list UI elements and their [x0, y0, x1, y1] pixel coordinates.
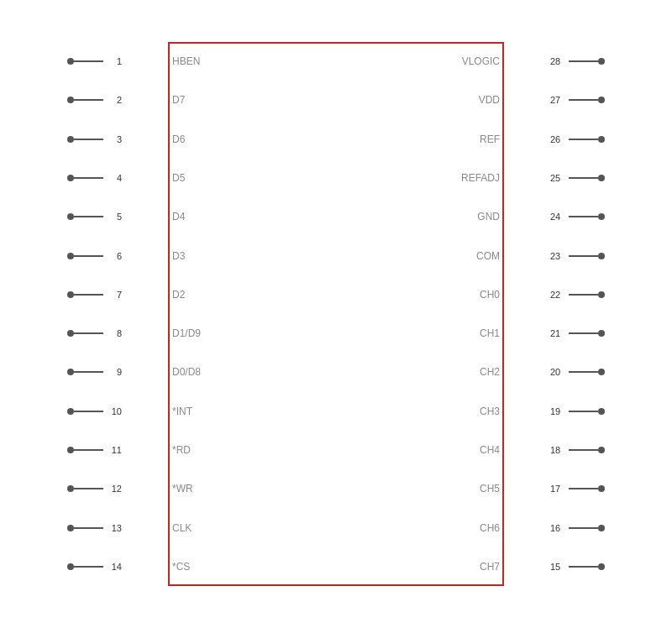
- pins-left: 1 HBEN 2 D7 3 D6 4 D5 5 D4 6 D3: [67, 42, 168, 586]
- pin-line: [569, 99, 598, 101]
- pin-dot: [67, 175, 74, 181]
- pin-right-27: VDD 27: [504, 91, 605, 109]
- pin-label: CH1: [480, 327, 500, 339]
- pin-left-8: 8 D1/D9: [67, 324, 168, 343]
- pin-left-9: 9 D0/D8: [67, 363, 168, 381]
- pin-number: 17: [550, 484, 565, 494]
- pin-dot: [67, 330, 74, 337]
- pin-right-26: REF 26: [504, 130, 605, 149]
- pin-label: *RD: [172, 444, 191, 456]
- pin-label: *CS: [172, 561, 190, 573]
- pin-line: [569, 488, 598, 489]
- pin-dot: [598, 213, 605, 220]
- pin-line: [74, 99, 103, 101]
- pin-number: 5: [107, 212, 122, 222]
- pin-label: D6: [172, 133, 185, 145]
- pin-label: CH3: [480, 406, 500, 417]
- pin-number: 1: [107, 56, 122, 66]
- pin-line: [569, 411, 598, 412]
- pin-dot: [598, 369, 605, 375]
- pin-label: *WR: [172, 483, 193, 495]
- pin-right-24: GND 24: [504, 207, 605, 226]
- pin-dot: [67, 291, 74, 298]
- pin-dot: [67, 253, 74, 259]
- pin-right-22: CH0 22: [504, 285, 605, 304]
- pin-line: [569, 216, 598, 217]
- pin-right-20: CH2 20: [504, 363, 605, 381]
- pin-dot: [598, 447, 605, 453]
- pin-label: REF: [480, 133, 500, 145]
- pin-number: 25: [550, 173, 565, 183]
- pin-dot: [67, 447, 74, 453]
- pin-line: [569, 60, 598, 62]
- pin-dot: [67, 485, 74, 492]
- pin-line: [569, 294, 598, 296]
- pin-label: D3: [172, 250, 185, 262]
- pin-line: [569, 177, 598, 179]
- pin-line: [74, 527, 103, 529]
- pin-dot: [598, 330, 605, 337]
- pin-number: 14: [107, 562, 122, 572]
- pin-dot: [598, 175, 605, 181]
- pin-right-21: CH1 21: [504, 324, 605, 343]
- pin-right-25: REFADJ 25: [504, 169, 605, 187]
- pin-left-13: 13 CLK: [67, 519, 168, 537]
- pin-dot: [67, 213, 74, 220]
- pin-line: [569, 566, 598, 568]
- pin-left-11: 11 *RD: [67, 441, 168, 459]
- pin-left-14: 14 *CS: [67, 557, 168, 576]
- pin-label: VLOGIC: [462, 55, 500, 67]
- pin-left-2: 2 D7: [67, 91, 168, 109]
- pin-line: [74, 60, 103, 62]
- pin-label: REFADJ: [461, 172, 500, 184]
- pin-number: 24: [550, 212, 565, 222]
- pin-dot: [598, 408, 605, 415]
- pin-dot: [598, 58, 605, 65]
- pin-number: 22: [550, 290, 565, 300]
- pin-number: 6: [107, 251, 122, 261]
- pin-line: [569, 332, 598, 334]
- pin-line: [569, 255, 598, 257]
- pin-left-3: 3 D6: [67, 130, 168, 149]
- pin-line: [74, 294, 103, 296]
- pin-number: 9: [107, 367, 122, 377]
- pin-label: D0/D8: [172, 366, 201, 378]
- pin-number: 2: [107, 95, 122, 105]
- pin-dot: [67, 525, 74, 531]
- pin-number: 16: [550, 523, 565, 533]
- pin-left-7: 7 D2: [67, 285, 168, 304]
- pin-line: [74, 255, 103, 257]
- pin-number: 28: [550, 56, 565, 66]
- pin-line: [74, 488, 103, 489]
- pin-right-19: CH3 19: [504, 402, 605, 421]
- pin-line: [74, 566, 103, 568]
- pin-line: [74, 411, 103, 412]
- pin-label: VDD: [479, 94, 500, 106]
- pin-line: [74, 177, 103, 179]
- pin-dot: [598, 563, 605, 570]
- pin-dot: [67, 369, 74, 375]
- pin-label: D5: [172, 172, 185, 184]
- pin-label: CH6: [480, 522, 500, 534]
- pin-line: [74, 449, 103, 451]
- pin-dot: [67, 58, 74, 65]
- pin-dot: [598, 253, 605, 259]
- pin-line: [569, 139, 598, 140]
- pin-right-16: CH6 16: [504, 519, 605, 537]
- pin-number: 4: [107, 173, 122, 183]
- pin-line: [74, 216, 103, 217]
- pin-line: [74, 371, 103, 373]
- pin-dot: [67, 408, 74, 415]
- pin-left-6: 6 D3: [67, 247, 168, 265]
- pin-label: D1/D9: [172, 327, 201, 339]
- pin-right-23: COM 23: [504, 247, 605, 265]
- pin-left-5: 5 D4: [67, 207, 168, 226]
- pin-number: 18: [550, 445, 565, 455]
- pin-dot: [67, 563, 74, 570]
- pin-number: 7: [107, 290, 122, 300]
- pin-dot: [67, 136, 74, 143]
- pins-right: VLOGIC 28 VDD 27 REF 26 REFADJ 25 GND 24…: [504, 42, 605, 586]
- pin-dot: [598, 525, 605, 531]
- pin-label: CH4: [480, 444, 500, 456]
- pin-line: [74, 332, 103, 334]
